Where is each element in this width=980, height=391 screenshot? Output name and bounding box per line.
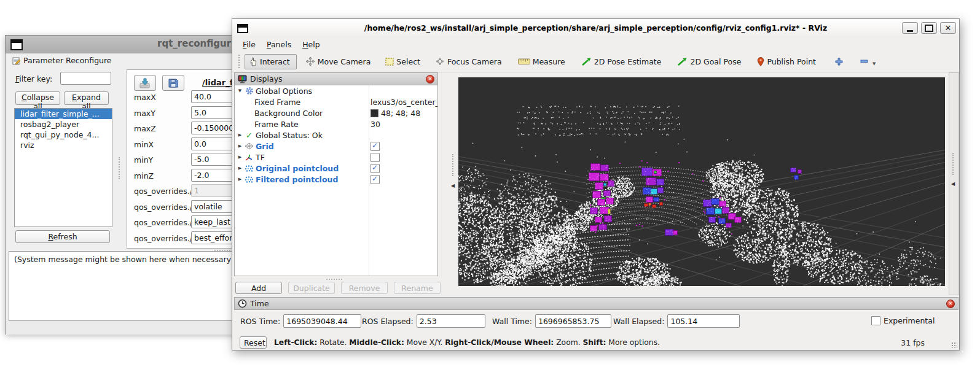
rviz-window-titlebar[interactable]: /home/he/ros2_ws/install/arj_simple_perc…	[232, 19, 959, 39]
expander-closed-icon[interactable]: ▶	[236, 144, 244, 149]
panel-splitter-handle[interactable]	[326, 279, 342, 280]
frame-rate-value[interactable]: 30	[370, 120, 380, 129]
display-row-frame-rate[interactable]: Frame Rate 30	[235, 118, 437, 130]
expander-closed-icon[interactable]: ▶	[236, 177, 244, 182]
ros-time-input[interactable]	[283, 314, 361, 328]
expander-open-icon[interactable]: ▼	[236, 88, 244, 93]
expander-closed-icon[interactable]: ▶	[236, 133, 244, 137]
node-list-item[interactable]: lidar_filter_simple_...	[15, 109, 112, 119]
load-settings-icon	[139, 78, 151, 88]
filter-key-input[interactable]	[60, 72, 111, 85]
experimental-checkbox[interactable]	[871, 316, 880, 325]
menu-panels[interactable]: Panels	[261, 39, 297, 50]
pose-estimate-arrow-icon	[581, 57, 592, 66]
duplicate-display-button: Duplicate	[288, 282, 335, 294]
tf-axes-icon	[244, 153, 254, 162]
save-settings-icon	[168, 78, 179, 88]
clock-icon	[238, 299, 247, 308]
notepad-pencil-icon	[12, 56, 21, 65]
display-checkbox[interactable]	[370, 142, 380, 151]
menu-file[interactable]: File	[237, 39, 261, 50]
resize-grip[interactable]	[951, 342, 957, 348]
display-row-grid[interactable]: ▶ Grid	[235, 141, 437, 152]
gear-icon	[244, 87, 254, 96]
tool-2d-goal-pose[interactable]: 2D Goal Pose	[677, 57, 741, 66]
tool-2d-pose-estimate[interactable]: 2D Pose Estimate	[581, 57, 662, 66]
remove-display-button: Remove	[341, 282, 388, 294]
expander-closed-icon[interactable]: ▶	[236, 155, 244, 160]
display-row-filtered-pointcloud[interactable]: ▶ Filtered pointcloud	[235, 174, 437, 185]
expand-all-button[interactable]: Expand all	[64, 91, 109, 105]
ros-time-label: ROS Time:	[240, 317, 280, 326]
displays-panel-header[interactable]: Displays ✕	[234, 72, 438, 85]
tool-interact[interactable]: Interact	[245, 54, 297, 69]
close-panel-button[interactable]: ✕	[946, 300, 955, 308]
add-display-button[interactable]: Add	[235, 282, 282, 294]
move-camera-icon	[305, 56, 315, 66]
check-icon: ✓	[244, 131, 254, 140]
maximize-button[interactable]	[921, 22, 937, 34]
display-checkbox[interactable]	[370, 175, 380, 184]
display-row-tf[interactable]: ▶ TF	[235, 152, 437, 163]
parameter-reconfigure-header: Parameter Reconfigure	[12, 56, 112, 65]
pointcloud-icon	[244, 164, 254, 173]
fps-counter: 31 fps	[901, 338, 925, 347]
rviz-window-title: /home/he/ros2_ws/install/arj_simple_perc…	[232, 23, 959, 33]
display-row-global-options[interactable]: ▼ Global Options	[235, 85, 437, 96]
display-row-fixed-frame[interactable]: Fixed Frame lexus3/os_center_a	[235, 96, 437, 107]
minimize-button[interactable]	[902, 22, 918, 34]
refresh-button[interactable]: Refresh	[15, 230, 110, 243]
display-row-global-status[interactable]: ▶ ✓ Global Status: Ok	[235, 130, 437, 141]
menu-help[interactable]: Help	[297, 39, 326, 50]
tool-publish-point[interactable]: Publish Point	[757, 57, 816, 66]
expander-closed-icon[interactable]: ▶	[236, 166, 244, 171]
tool-select[interactable]: Select	[385, 57, 420, 66]
add-tool-button[interactable]	[834, 57, 844, 66]
node-list-item[interactable]: rosbag2_player	[15, 119, 112, 130]
collapse-left-arrow-icon[interactable]: ◀	[451, 183, 455, 188]
3d-viewport[interactable]	[458, 77, 945, 286]
select-box-icon	[385, 58, 394, 66]
splitter-drag-handle[interactable]	[452, 154, 453, 176]
param-label: qos_overrides./cl	[134, 234, 198, 243]
minimize-icon	[907, 30, 913, 32]
close-icon: ✕	[949, 301, 953, 306]
close-button[interactable]: ✕	[940, 22, 956, 34]
plus-icon	[834, 57, 844, 66]
save-settings-button[interactable]	[162, 75, 184, 91]
display-checkbox[interactable]	[370, 153, 380, 162]
load-settings-button[interactable]	[134, 75, 156, 91]
time-panel-header[interactable]: Time ✕	[234, 297, 958, 310]
panel-title: Parameter Reconfigure	[23, 56, 112, 65]
node-list-item[interactable]: rviz	[15, 140, 112, 150]
param-label: maxX	[134, 93, 156, 102]
collapsed-views-panel-strip[interactable]: ◀	[949, 72, 959, 295]
column-splitter-handle[interactable]	[119, 157, 120, 179]
wall-elapsed-label: Wall Elapsed:	[613, 317, 664, 326]
toolbar: Interact Move Camera Select Focus Camera…	[232, 51, 959, 72]
wall-time-input[interactable]	[535, 314, 611, 328]
ros-elapsed-label: ROS Elapsed:	[362, 317, 414, 326]
param-label: maxZ	[134, 124, 156, 133]
ros-elapsed-input[interactable]	[417, 314, 485, 328]
panel-splitter[interactable]: ◀	[449, 72, 458, 294]
param-label: qos_overrides./cl	[134, 203, 198, 212]
tool-focus-camera[interactable]: Focus Camera	[435, 56, 502, 66]
param-label: qos_overrides./cl	[134, 187, 198, 196]
tool-measure[interactable]: Measure	[518, 57, 565, 66]
toolbar-drag-handle[interactable]	[238, 55, 240, 68]
display-checkbox[interactable]	[370, 164, 380, 173]
wall-elapsed-input[interactable]	[667, 314, 740, 328]
collapse-all-button[interactable]: Collapse all	[15, 91, 60, 105]
display-row-original-pointcloud[interactable]: ▶ Original pointcloud	[235, 163, 437, 174]
reset-button[interactable]: Reset	[240, 336, 267, 349]
close-panel-button[interactable]: ✕	[426, 75, 434, 83]
remove-tool-button[interactable]: ▼	[860, 59, 876, 64]
display-row-background-color[interactable]: Background Color 48; 48; 48	[235, 107, 437, 118]
tool-move-camera[interactable]: Move Camera	[305, 56, 371, 66]
collapse-right-arrow-icon[interactable]: ◀	[951, 181, 955, 187]
fixed-frame-value[interactable]: lexus3/os_center_a	[370, 98, 438, 107]
splitter-drag-handle[interactable]	[952, 153, 954, 175]
node-list-item[interactable]: rqt_gui_py_node_4...	[15, 130, 112, 140]
interact-hand-icon	[249, 57, 257, 66]
